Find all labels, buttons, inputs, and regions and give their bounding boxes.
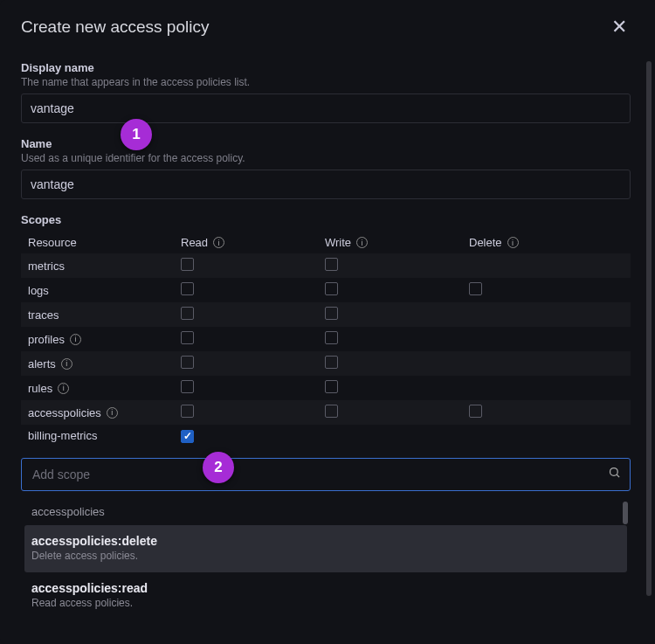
- add-scope-box[interactable]: [21, 458, 631, 491]
- read-cell: [181, 307, 325, 322]
- info-icon[interactable]: i: [70, 334, 81, 345]
- info-icon[interactable]: i: [213, 237, 224, 248]
- write-cell: [325, 380, 469, 396]
- display-name-label: Display name: [21, 61, 631, 74]
- read-cell: [181, 331, 325, 347]
- scope-dropdown: accesspolicies accesspolicies:deleteDele…: [21, 496, 631, 620]
- scopes-table-header: Resource Read i Write i Delete i: [21, 232, 631, 253]
- svg-point-0: [610, 468, 618, 476]
- resource-name: accesspoliciesi: [28, 406, 181, 419]
- read-cell: [181, 356, 325, 371]
- resource-name: traces: [28, 308, 181, 322]
- read-checkbox[interactable]: [181, 430, 194, 443]
- table-row: logs: [21, 278, 631, 302]
- read-checkbox[interactable]: [181, 380, 194, 393]
- write-cell: [325, 307, 469, 322]
- read-cell: [181, 405, 325, 420]
- table-row: metrics: [21, 253, 631, 278]
- dropdown-item[interactable]: accesspolicies:readRead access policies.: [21, 572, 631, 620]
- annotation-badge-2: 2: [203, 452, 234, 483]
- scopes-table: Resource Read i Write i Delete i metrics…: [21, 232, 631, 447]
- scopes-section: Scopes Resource Read i Write i Delete i: [21, 213, 645, 447]
- read-checkbox[interactable]: [181, 331, 194, 344]
- table-row: alertsi: [21, 351, 631, 376]
- write-checkbox[interactable]: [325, 405, 338, 418]
- write-cell: [325, 258, 469, 274]
- write-cell: [325, 331, 469, 347]
- write-checkbox[interactable]: [325, 258, 338, 271]
- annotation-badge-1: 1: [121, 119, 152, 150]
- search-icon: [608, 466, 621, 482]
- read-checkbox[interactable]: [181, 356, 194, 369]
- dialog-content: Display name The name that appears in th…: [21, 61, 655, 642]
- write-checkbox[interactable]: [325, 331, 338, 344]
- read-checkbox[interactable]: [181, 405, 194, 418]
- dropdown-item-title: accesspolicies:read: [31, 581, 620, 595]
- delete-checkbox[interactable]: [469, 282, 482, 295]
- delete-checkbox[interactable]: [469, 405, 482, 418]
- name-help: Used as a unique identifier for the acce…: [21, 152, 631, 164]
- name-label: Name: [21, 137, 631, 150]
- delete-cell: [469, 405, 624, 420]
- read-cell: [181, 380, 325, 396]
- close-button[interactable]: ✕: [604, 14, 634, 40]
- table-row: profilesi: [21, 327, 631, 351]
- display-name-help: The name that appears in the access poli…: [21, 76, 631, 88]
- table-row: traces: [21, 302, 631, 327]
- resource-column-header: Resource: [28, 236, 181, 249]
- dialog-title: Create new access policy: [21, 17, 209, 37]
- write-column-header: Write i: [325, 236, 469, 249]
- write-cell: [325, 356, 469, 371]
- read-column-header: Read i: [181, 236, 325, 249]
- resource-name: metrics: [28, 260, 181, 273]
- table-row: rulesi: [21, 376, 631, 400]
- dialog-scrollbar[interactable]: [646, 61, 652, 596]
- display-name-input[interactable]: [21, 93, 631, 123]
- read-cell: [181, 258, 325, 274]
- dropdown-item-title: accesspolicies:delete: [31, 534, 617, 548]
- info-icon[interactable]: i: [107, 407, 118, 419]
- add-scope-field: [21, 458, 645, 491]
- delete-cell: [469, 282, 624, 298]
- svg-line-1: [617, 474, 619, 477]
- create-access-policy-dialog: Create new access policy ✕ Display name …: [0, 0, 655, 644]
- scopes-label: Scopes: [21, 213, 631, 226]
- close-icon: ✕: [611, 16, 627, 38]
- resource-name: logs: [28, 284, 181, 297]
- info-icon[interactable]: i: [61, 358, 72, 370]
- read-checkbox[interactable]: [181, 307, 194, 320]
- info-icon[interactable]: i: [507, 237, 519, 248]
- info-icon[interactable]: i: [356, 237, 368, 248]
- write-cell: [325, 282, 469, 298]
- delete-column-header: Delete i: [469, 236, 624, 249]
- add-scope-input[interactable]: [31, 459, 608, 490]
- resource-name: alertsi: [28, 357, 181, 370]
- resource-name: profilesi: [28, 333, 181, 346]
- name-input[interactable]: [21, 170, 631, 199]
- table-row: billing-metrics: [21, 425, 631, 447]
- table-row: accesspoliciesi: [21, 400, 631, 425]
- write-checkbox[interactable]: [325, 356, 338, 369]
- info-icon[interactable]: i: [58, 383, 69, 394]
- dialog-header: Create new access policy ✕: [21, 14, 655, 40]
- resource-name: billing-metrics: [28, 429, 181, 442]
- resource-name: rulesi: [28, 382, 181, 395]
- read-cell: [181, 282, 325, 298]
- write-checkbox[interactable]: [325, 282, 338, 295]
- dropdown-item-desc: Read access policies.: [31, 597, 620, 609]
- read-checkbox[interactable]: [181, 258, 194, 271]
- display-name-field: Display name The name that appears in th…: [21, 61, 645, 123]
- write-checkbox[interactable]: [325, 380, 338, 393]
- name-field: Name Used as a unique identifier for the…: [21, 137, 645, 199]
- write-checkbox[interactable]: [325, 307, 338, 320]
- read-checkbox[interactable]: [181, 282, 194, 295]
- dropdown-item-desc: Delete access policies.: [31, 550, 617, 562]
- read-cell: [181, 429, 325, 443]
- dropdown-item[interactable]: accesspolicies:deleteDelete access polic…: [24, 525, 627, 572]
- write-cell: [325, 405, 469, 420]
- dropdown-group-label: accesspolicies: [21, 496, 631, 525]
- dropdown-scrollbar[interactable]: [623, 502, 628, 524]
